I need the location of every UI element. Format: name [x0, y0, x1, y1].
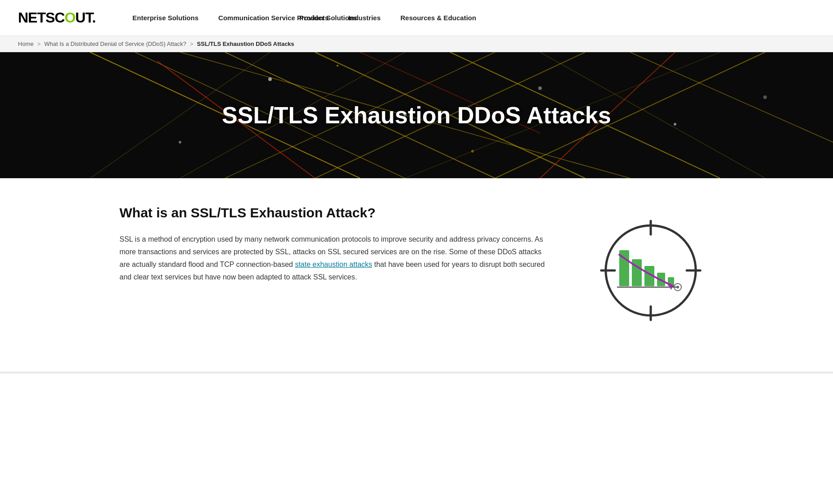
svg-point-23: [763, 95, 767, 99]
svg-point-25: [471, 150, 474, 153]
illustration-area: [588, 214, 714, 327]
ddos-chart-svg: [594, 214, 707, 327]
site-header: NETSCOUT. Enterprise Solutions Communica…: [0, 0, 833, 36]
svg-point-18: [268, 77, 272, 81]
breadcrumb: Home > What Is a Distributed Denial of S…: [0, 36, 833, 52]
breadcrumb-home[interactable]: Home: [18, 40, 34, 47]
state-exhaustion-link[interactable]: state exhaustion attacks: [295, 261, 372, 268]
nav-item-csp[interactable]: Communication Service Provider Solutions: [208, 0, 289, 36]
svg-point-21: [674, 123, 676, 126]
target-chart-graphic: [594, 214, 707, 327]
svg-point-20: [538, 86, 542, 90]
breadcrumb-sep-1: >: [37, 40, 41, 47]
nav-item-resources[interactable]: Resources & Education: [391, 0, 486, 36]
svg-rect-32: [632, 259, 642, 286]
nav-item-products[interactable]: Products: [289, 0, 338, 36]
section-body-text: SSL is a method of encryption used by ma…: [120, 233, 552, 284]
section-heading: What is an SSL/TLS Exhaustion Attack?: [120, 205, 552, 220]
svg-point-39: [676, 286, 679, 288]
breadcrumb-current: SSL/TLS Exhaustion DDoS Attacks: [197, 40, 294, 47]
svg-point-22: [179, 141, 181, 144]
logo[interactable]: NETSCOUT.: [18, 9, 95, 26]
main-nav: Enterprise Solutions Communication Servi…: [122, 0, 815, 36]
main-content: What is an SSL/TLS Exhaustion Attack? SS…: [102, 178, 732, 363]
logo-accent: O: [64, 9, 75, 26]
breadcrumb-ddos[interactable]: What Is a Distributed Denial of Service …: [44, 40, 186, 47]
bottom-divider: [0, 372, 833, 374]
hero-section: SSL/TLS Exhaustion DDoS Attacks: [0, 52, 833, 178]
logo-text: NETSCOUT.: [18, 9, 95, 26]
breadcrumb-sep-2: >: [190, 40, 194, 47]
svg-point-24: [337, 65, 338, 67]
content-text-area: What is an SSL/TLS Exhaustion Attack? SS…: [120, 205, 552, 284]
nav-item-industries[interactable]: Industries: [338, 0, 391, 36]
nav-item-enterprise[interactable]: Enterprise Solutions: [122, 0, 208, 36]
hero-title: SSL/TLS Exhaustion DDoS Attacks: [204, 102, 629, 129]
